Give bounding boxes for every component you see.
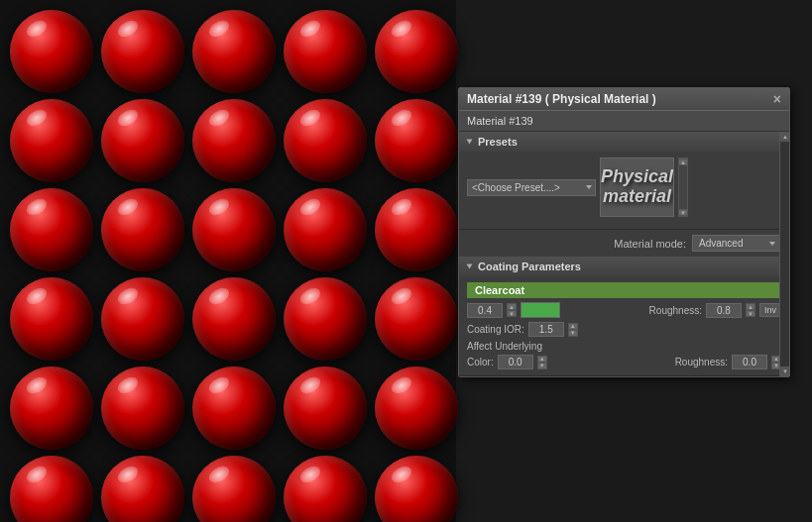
preset-dropdown-label: <Choose Preset....> [472,182,560,193]
sphere-item [284,456,367,522]
preset-scrollbar[interactable]: ▲ ▼ [678,157,688,217]
sphere-item [192,99,276,182]
sphere-item [10,456,93,522]
dropdown-arrow-icon [586,185,592,189]
sphere-item [284,277,367,361]
presets-section: Presets <Choose Preset....> Physical mat… [459,132,789,230]
presets-header[interactable]: Presets [459,132,789,152]
sphere-item [284,10,367,93]
collapse-triangle-icon [467,140,473,145]
ior-stepper[interactable]: ▲ ▼ [568,323,578,337]
material-name-bar: Material #139 [459,111,789,132]
material-mode-value: Advanced [699,238,743,249]
scroll-up-icon[interactable]: ▲ [678,158,688,165]
roughness-stepper[interactable]: ▲ ▼ [746,303,755,317]
preset-preview-area: Physical material ▲ ▼ [600,157,688,217]
coating-content: Clearcoat 0.4 ▲ ▼ Roughness: 0.8 ▲ ▼ [459,276,789,375]
roughness2-field[interactable]: 0.0 [732,355,767,369]
sphere-grid [0,0,456,522]
sphere-item [192,277,276,361]
color-stepper[interactable]: ▲ ▼ [537,356,547,369]
coating-color-swatch[interactable] [521,302,560,318]
sphere-item [192,366,276,450]
scroll-down-icon[interactable]: ▼ [678,209,688,216]
sphere-item [101,99,184,182]
coating-ior-field[interactable]: 1.5 [528,322,564,337]
preset-dropdown[interactable]: <Choose Preset....> [467,179,596,196]
clearcoat-param-row: 0.4 ▲ ▼ Roughness: 0.8 ▲ ▼ Inv [467,302,781,318]
color-field[interactable]: 0.0 [498,355,533,369]
sphere-item [375,277,458,361]
sphere-item [375,10,458,93]
ior-down[interactable]: ▼ [568,330,578,337]
color-label: Color: [467,357,494,367]
material-mode-label: Material mode: [614,238,686,250]
mode-dropdown-arrow-icon [769,242,775,246]
sphere-item [101,456,184,522]
sphere-item [284,99,367,182]
clearcoat-bar: Clearcoat [467,282,781,298]
presets-row: <Choose Preset....> Physical material ▲ [467,157,781,217]
presets-content: <Choose Preset....> Physical material ▲ [459,152,789,229]
panel-scroll-down-icon[interactable]: ▼ [780,366,790,376]
preset-preview: Physical material [600,157,674,217]
roughness-field[interactable]: 0.8 [706,303,742,318]
roughness-label: Roughness: [649,305,702,316]
panel-titlebar: Material #139 ( Physical Material ) × [459,88,789,111]
physical-material-logo: Physical material [601,167,673,207]
coating-value-field[interactable]: 0.4 [467,303,503,318]
coating-ior-label: Coating IOR: [467,324,524,335]
roughness2-label: Roughness: [675,357,728,367]
coating-header[interactable]: Coating Parameters [459,257,789,276]
sphere-item [101,277,184,361]
coating-label: Coating Parameters [478,261,581,272]
ior-up[interactable]: ▲ [568,323,578,330]
color-up[interactable]: ▲ [537,356,547,363]
sphere-item [10,10,93,93]
sphere-item [284,366,367,450]
sphere-item [375,99,458,182]
sphere-item [101,188,184,271]
close-button[interactable]: × [773,92,781,106]
sphere-item [101,10,184,93]
sphere-item [192,188,276,271]
panel-inner: Presets <Choose Preset....> Physical mat… [459,132,789,376]
coating-stepper-up[interactable]: ▲ [507,303,517,310]
roughness-down[interactable]: ▼ [746,310,755,317]
presets-label: Presets [478,136,518,148]
sphere-item [10,99,93,182]
color-down[interactable]: ▼ [537,363,547,369]
sphere-item [10,366,93,450]
affect-underlying-label: Affect Underlying [467,341,781,352]
sphere-item [284,188,367,271]
coating-collapse-icon [467,264,473,269]
material-panel: Material #139 ( Physical Material ) × Ma… [458,87,790,377]
material-name: Material #139 [467,115,533,127]
sphere-item [375,188,458,271]
sphere-item [10,277,93,361]
panel-scroll-up-icon[interactable]: ▲ [780,132,790,142]
sphere-item [375,366,458,450]
coating-section: Coating Parameters Clearcoat 0.4 ▲ ▼ Rou… [459,257,789,376]
clearcoat-label: Clearcoat [475,284,524,296]
panel-title: Material #139 ( Physical Material ) [467,92,656,106]
sphere-item [375,456,458,522]
coating-ior-row: Coating IOR: 1.5 ▲ ▼ [467,322,781,337]
inv-button[interactable]: Inv [759,303,781,317]
sphere-item [101,366,184,450]
material-mode-row: Material mode: Advanced [459,230,789,257]
sphere-item [192,10,276,93]
material-mode-dropdown[interactable]: Advanced [692,235,781,252]
sphere-item [192,456,276,522]
sphere-item [10,188,93,271]
coating-stepper[interactable]: ▲ ▼ [507,303,517,317]
roughness-up[interactable]: ▲ [746,303,755,310]
panel-scrollbar[interactable]: ▲ ▼ [779,132,789,376]
coating-stepper-down[interactable]: ▼ [507,310,517,317]
affect-params-row: Color: 0.0 ▲ ▼ Roughness: 0.0 ▲ ▼ [467,355,781,369]
